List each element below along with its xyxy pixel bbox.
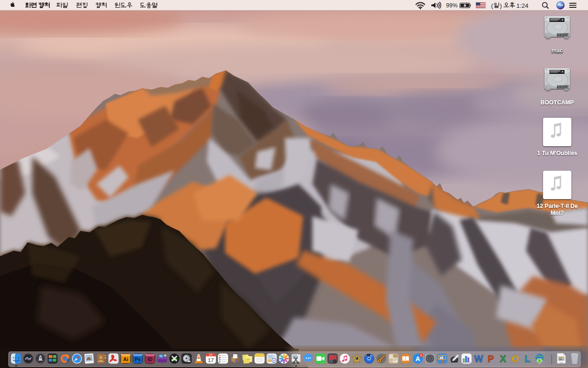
svg-text:ID: ID: [147, 356, 153, 362]
svg-text:RTF: RTF: [560, 362, 563, 364]
svg-text:Mem: Mem: [247, 358, 250, 360]
svg-text:4: 4: [420, 354, 422, 357]
svg-text:W: W: [475, 354, 483, 364]
svg-text:JUL: JUL: [209, 354, 213, 356]
svg-text:Ai: Ai: [123, 356, 128, 362]
svg-text:L: L: [525, 354, 530, 364]
svg-text:Ps: Ps: [135, 356, 141, 362]
svg-text:P: P: [488, 354, 494, 364]
svg-text:17: 17: [208, 357, 214, 363]
svg-text:X: X: [500, 354, 506, 364]
svg-text:O: O: [512, 354, 519, 364]
